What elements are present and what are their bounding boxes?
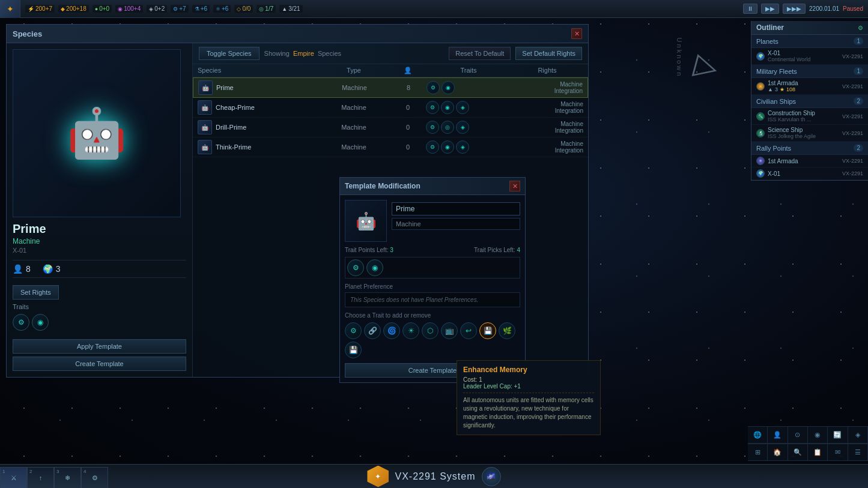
trait-option-8[interactable]: 💾: [479, 322, 496, 339]
set-default-rights-button[interactable]: Set Default Rights: [515, 47, 582, 60]
list-item[interactable]: 🌍 X-01 Continental World VX-2291: [751, 48, 868, 65]
trait-option-1[interactable]: ⚙: [345, 322, 362, 339]
nav-species-button[interactable]: ◉: [808, 427, 828, 444]
speed-forward-button[interactable]: ▶▶: [761, 4, 779, 14]
planet-preference-box: This Species does not have Planet Prefer…: [345, 292, 520, 307]
system-galaxy-icon[interactable]: 🌌: [482, 467, 501, 486]
current-trait-2[interactable]: ◉: [366, 259, 383, 276]
header-type: Type: [318, 67, 390, 74]
outliner-civilian-header[interactable]: Civilian Ships 2: [751, 95, 868, 108]
alloys-value: 0+2: [154, 5, 165, 12]
nav-cycle-button[interactable]: 🔄: [828, 427, 848, 444]
trait-dot-2[interactable]: ◉: [442, 81, 455, 94]
bottom-tab-3[interactable]: 3 ❄: [54, 467, 81, 488]
tab-2-num: 2: [29, 469, 32, 474]
list-item[interactable]: ★ 1st Armada VX-2291: [751, 155, 868, 167]
planet-item-info: X-01 Continental World: [768, 50, 810, 62]
species-name-cell: 🤖 Think-Prime: [198, 140, 318, 154]
pause-button[interactable]: ⏸: [743, 4, 757, 14]
trait-icon-1[interactable]: ⚙: [13, 314, 29, 331]
table-row[interactable]: 🤖 Prime Machine 8 ⚙ ◉ MachineIntegration: [193, 77, 588, 98]
list-item[interactable]: 🔧 Construction Ship ISS Karvulan th ... …: [751, 108, 868, 125]
trait-dot-2[interactable]: ◎: [441, 121, 454, 134]
species-traits-cell: ⚙ ◎ ◈: [426, 121, 511, 134]
nav-pops-button[interactable]: 👤: [768, 427, 788, 444]
nav-search-button[interactable]: 🔍: [788, 444, 808, 461]
species-name-input[interactable]: [392, 202, 520, 215]
pop-count-value: 8: [26, 264, 31, 274]
species-type-input[interactable]: [392, 218, 520, 230]
set-rights-button[interactable]: Set Rights: [13, 285, 59, 300]
trait-option-5[interactable]: ⬡: [422, 322, 439, 339]
trait-option-6[interactable]: 📺: [441, 322, 458, 339]
nav-alloys-button[interactable]: ◈: [848, 427, 868, 444]
tooltip-title: Enhanced Memory: [463, 366, 594, 374]
unity-resource: ◇ 0/0: [234, 5, 253, 13]
species-thumbnail: 🤖: [198, 100, 212, 115]
nav-clipboard-button[interactable]: 📋: [808, 444, 828, 461]
table-row[interactable]: 🤖 Think-Prime Machine 0 ⚙ ◉ ◈ MachineInt…: [193, 137, 588, 157]
species-thumbnail: 🤖: [198, 120, 212, 134]
table-row[interactable]: 🤖 Cheap-Prime Machine 0 ⚙ ◉ ◈ MachineInt…: [193, 98, 588, 118]
outliner-settings-icon[interactable]: ⚙: [858, 25, 863, 31]
game-emblem[interactable]: ✦: [0, 0, 20, 18]
trait-dot-3[interactable]: ◈: [456, 121, 469, 134]
trait-dot-3[interactable]: ◈: [456, 101, 469, 114]
rally-item-1-left: ★ 1st Armada: [756, 157, 798, 165]
trait-dot-3[interactable]: ◈: [456, 140, 469, 154]
reset-to-default-button[interactable]: Reset To Default: [449, 47, 511, 60]
tab-1-num: 1: [2, 469, 5, 474]
create-template-button[interactable]: Create Template: [13, 357, 186, 371]
nav-home-button[interactable]: 🏠: [768, 444, 788, 461]
species-count-cell: 0: [390, 104, 426, 111]
trait-dot-2[interactable]: ◉: [441, 140, 454, 154]
outliner-planets-header[interactable]: Planets 1: [751, 35, 868, 48]
trait-dot-1[interactable]: ⚙: [426, 101, 439, 114]
trait-dot-2[interactable]: ◉: [441, 101, 454, 114]
trait-option-4[interactable]: ☀: [402, 322, 419, 339]
header-species: Species: [198, 67, 318, 74]
dialog-portrait-image: 🤖: [356, 211, 377, 231]
speed-skip-button[interactable]: ▶▶▶: [783, 4, 806, 14]
current-trait-1[interactable]: ⚙: [347, 259, 364, 276]
fleet-ship-count: 3: [775, 86, 778, 92]
species-toolbar: Toggle Species Showing Empire Species Re…: [193, 43, 588, 64]
food-value: 0+0: [99, 5, 109, 12]
species-portrait: 🤖: [13, 49, 181, 217]
system-display: ✦ VX-2291 System 🌌: [367, 466, 500, 487]
rally-item-2-name: X-01: [768, 170, 780, 177]
traits-icons-row: ⚙ ◉: [13, 314, 186, 331]
list-item[interactable]: 🔬 Science Ship ISS Jolkeg the Agile VX-2…: [751, 125, 868, 142]
toggle-species-button[interactable]: Toggle Species: [199, 47, 259, 60]
list-item[interactable]: 🌍 X-01 VX-2291: [751, 167, 868, 180]
nav-globe-button[interactable]: 🌐: [748, 427, 768, 444]
apply-template-button[interactable]: Apply Template: [13, 339, 186, 354]
trait-icon-2[interactable]: ◉: [32, 314, 49, 331]
trait-option-10[interactable]: 💾: [345, 342, 362, 358]
rally-count: 2: [854, 144, 863, 152]
list-item[interactable]: ⚔ 1st Armada ▲ 3 ★ 108 VX-2291: [751, 78, 868, 95]
bottom-tab-4[interactable]: 4 ⚙: [81, 467, 108, 488]
dialog-top-section: 🤖: [345, 200, 520, 242]
bottom-tab-2[interactable]: 2 ↑: [27, 467, 54, 488]
civilian-section-title: Civilian Ships: [756, 98, 796, 105]
nav-menu-button[interactable]: ☰: [848, 444, 868, 461]
table-row[interactable]: 🤖 Drill-Prime Machine 0 ⚙ ◎ ◈ MachineInt…: [193, 118, 588, 137]
trait-dot-1[interactable]: ⚙: [426, 140, 439, 154]
nav-target-button[interactable]: ⊙: [788, 427, 808, 444]
trait-option-9[interactable]: 🌿: [499, 322, 515, 339]
trait-option-3[interactable]: 🌀: [383, 322, 400, 339]
nav-grid-button[interactable]: ⊞: [748, 444, 768, 461]
trait-dot-1[interactable]: ⚙: [426, 121, 439, 134]
dialog-close-button[interactable]: ✕: [509, 181, 520, 191]
nav-message-button[interactable]: ✉: [828, 444, 848, 461]
species-rights-cell: MachineIntegration: [511, 101, 583, 114]
outliner-rally-header[interactable]: Rally Points 2: [751, 142, 868, 155]
species-close-button[interactable]: ✕: [571, 28, 582, 39]
bottom-tab-1[interactable]: 1 ⚔: [0, 467, 27, 488]
trait-dot-1[interactable]: ⚙: [426, 81, 440, 94]
consumer-resource: ◉ 100+4: [115, 5, 143, 13]
trait-option-2[interactable]: 🔗: [364, 322, 381, 339]
outliner-military-header[interactable]: Military Fleets 1: [751, 65, 868, 78]
trait-option-7[interactable]: ↩: [460, 322, 477, 339]
